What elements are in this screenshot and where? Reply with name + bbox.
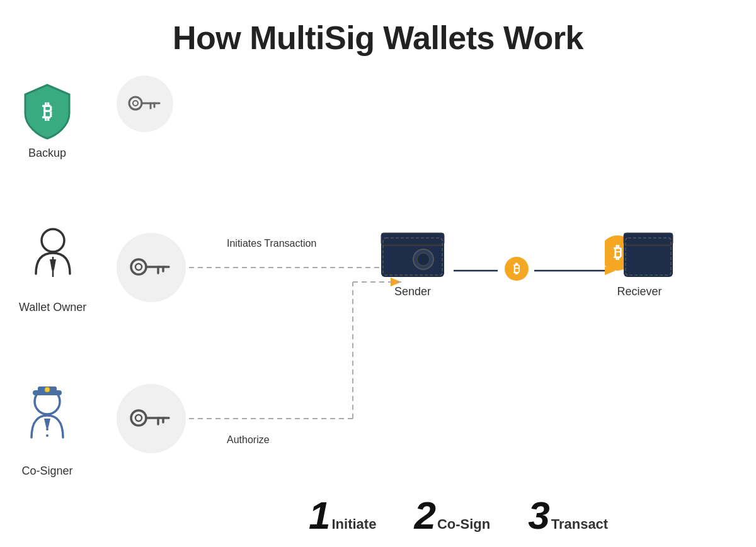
flow-lines <box>0 63 756 547</box>
step-3-text: Transact <box>551 516 609 533</box>
step-3: 3 Transact <box>528 496 608 535</box>
step-1-number: 1 <box>309 496 330 535</box>
cosigner-group: Co-Signer <box>19 384 76 478</box>
step-2: 2 Co-Sign <box>414 496 490 535</box>
key-icon-backup <box>128 94 163 113</box>
step-3-number: 3 <box>528 496 549 535</box>
receiver-label: Reciever <box>617 285 662 298</box>
step-1: 1 Initiate <box>309 496 376 535</box>
svg-point-26 <box>45 387 50 392</box>
svg-rect-37 <box>381 233 444 245</box>
svg-point-15 <box>42 229 64 252</box>
svg-marker-17 <box>50 259 56 272</box>
svg-point-31 <box>131 410 146 426</box>
receiver-wallet-icon: ₿ <box>605 227 674 280</box>
steps-area: 1 Initiate 2 Co-Sign 3 Transact <box>309 496 608 535</box>
cosigner-key-circle <box>117 384 186 453</box>
svg-marker-30 <box>44 419 50 431</box>
svg-text:₿: ₿ <box>614 243 622 262</box>
backup-key-circle <box>117 76 173 132</box>
sender-group: Sender <box>378 227 447 298</box>
page-title: How MultiSig Wallets Work <box>0 0 756 57</box>
wallet-owner-group: Wallet Owner <box>19 227 86 314</box>
svg-text:₿: ₿ <box>42 100 52 123</box>
svg-point-18 <box>131 259 146 274</box>
step-1-text: Initiate <box>331 516 376 533</box>
step-2-number: 2 <box>414 496 435 535</box>
cosigner-icon <box>19 384 76 460</box>
svg-point-40 <box>417 253 430 266</box>
svg-point-10 <box>129 97 142 110</box>
cosigner-label: Co-Signer <box>21 465 72 478</box>
wallet-owner-label: Wallet Owner <box>19 301 86 314</box>
sender-wallet-icon <box>378 227 447 280</box>
svg-point-19 <box>135 264 142 270</box>
receiver-group: ₿ Reciever <box>605 227 674 298</box>
wallet-owner-key-circle <box>117 233 186 302</box>
svg-text:₿: ₿ <box>513 262 520 276</box>
bitcoin-shield-icon: ₿ <box>19 82 76 142</box>
svg-point-11 <box>133 101 138 106</box>
key-icon-owner <box>130 256 173 279</box>
bitcoin-transfer-circle: ₿ <box>504 256 529 284</box>
backup-group: ₿ Backup <box>19 82 76 160</box>
svg-point-32 <box>135 415 142 421</box>
authorize-label: Authorize <box>227 434 270 446</box>
svg-rect-47 <box>624 233 673 245</box>
backup-label: Backup <box>28 147 66 160</box>
wallet-owner-icon <box>25 227 81 296</box>
initiates-transaction-label: Initiates Transaction <box>227 238 316 249</box>
sender-label: Sender <box>394 285 431 298</box>
key-icon-cosigner <box>130 407 173 430</box>
step-2-text: Co-Sign <box>437 516 490 533</box>
svg-point-29 <box>46 434 49 437</box>
